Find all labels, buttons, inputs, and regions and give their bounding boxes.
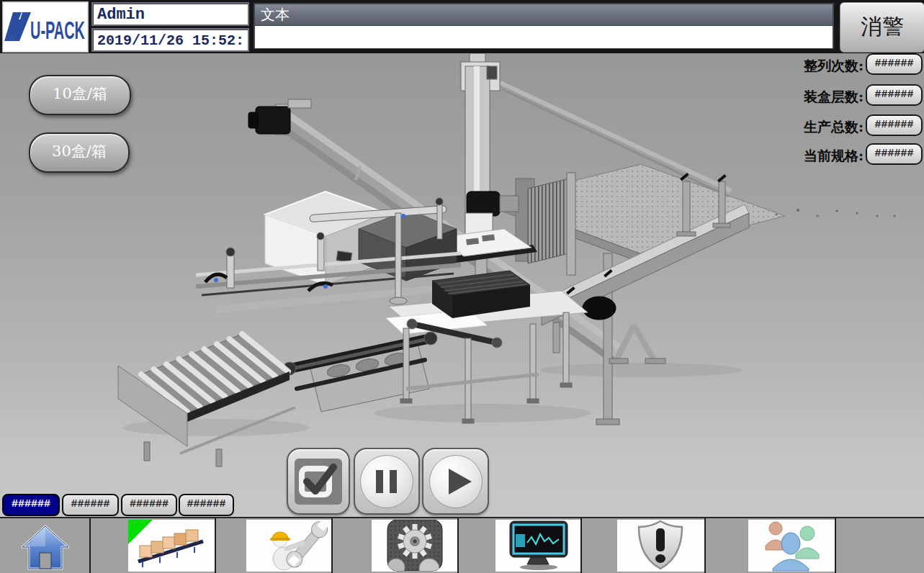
stat-label-total-output: 生产总数: xyxy=(719,118,864,137)
stat-value-array-count: ###### xyxy=(866,53,923,75)
monitor-diagnostics-icon xyxy=(495,520,580,572)
stat-value-current-spec: ###### xyxy=(866,143,923,165)
alarm-message-body xyxy=(255,26,833,48)
pause-icon xyxy=(360,455,413,508)
maintenance-wrench-icon xyxy=(246,520,331,572)
status-field-2[interactable]: ###### xyxy=(121,494,177,516)
main-stage: 10盒/箱 30盒/箱 整列次数: ###### 装盒层数: ###### 生产… xyxy=(0,53,924,517)
toolbar-line-monitor-button[interactable] xyxy=(89,518,215,573)
stat-label-current-spec: 当前规格: xyxy=(719,147,864,166)
status-field-0[interactable]: ###### xyxy=(2,494,60,516)
alarm-message-title: 文本 xyxy=(255,4,833,26)
toolbar-users-button[interactable] xyxy=(704,518,835,573)
conveyor-line-icon xyxy=(128,520,215,572)
start-button[interactable] xyxy=(422,448,489,515)
clear-alarm-button[interactable]: 消警 xyxy=(840,2,924,53)
datetime-field[interactable]: 2019/11/26 15:52: xyxy=(91,28,249,52)
stat-value-box-layers: ###### xyxy=(866,84,923,106)
upack-logo: U-PACK xyxy=(2,1,89,53)
settings-gears-icon xyxy=(372,520,457,572)
spec-button-30-per-box[interactable]: 30盒/箱 xyxy=(29,132,130,173)
users-icon xyxy=(748,520,835,572)
alarm-message-box: 文本 xyxy=(254,3,834,49)
home-icon xyxy=(20,523,71,573)
status-field-3[interactable]: ###### xyxy=(179,494,234,516)
stat-label-array-count: 整列次数: xyxy=(719,57,864,76)
status-field-1[interactable]: ###### xyxy=(62,494,119,516)
alarm-shield-icon xyxy=(617,520,704,572)
checkbox-check-icon xyxy=(295,459,342,505)
green-flag xyxy=(128,520,153,544)
toolbar-home-button[interactable] xyxy=(0,518,89,573)
spec-button-10-per-box[interactable]: 10盒/箱 xyxy=(29,75,131,115)
toolbar-alarm-button[interactable] xyxy=(580,518,704,573)
toolbar-maintenance-button[interactable] xyxy=(215,518,331,573)
user-field[interactable]: Admin xyxy=(91,2,249,26)
bottom-toolbar xyxy=(0,517,924,573)
toolbar-diagnostics-button[interactable] xyxy=(457,518,580,573)
toolbar-settings-button[interactable] xyxy=(331,518,457,573)
pause-button[interactable] xyxy=(354,448,420,515)
svg-text:U-PACK: U-PACK xyxy=(30,17,85,44)
play-icon xyxy=(429,455,483,508)
top-bar: U-PACK Admin 2019/11/26 15:52: 文本 消警 xyxy=(0,0,924,53)
stat-label-box-layers: 装盒层数: xyxy=(719,88,864,107)
stat-value-total-output: ###### xyxy=(866,114,923,136)
confirm-button[interactable] xyxy=(287,448,350,515)
